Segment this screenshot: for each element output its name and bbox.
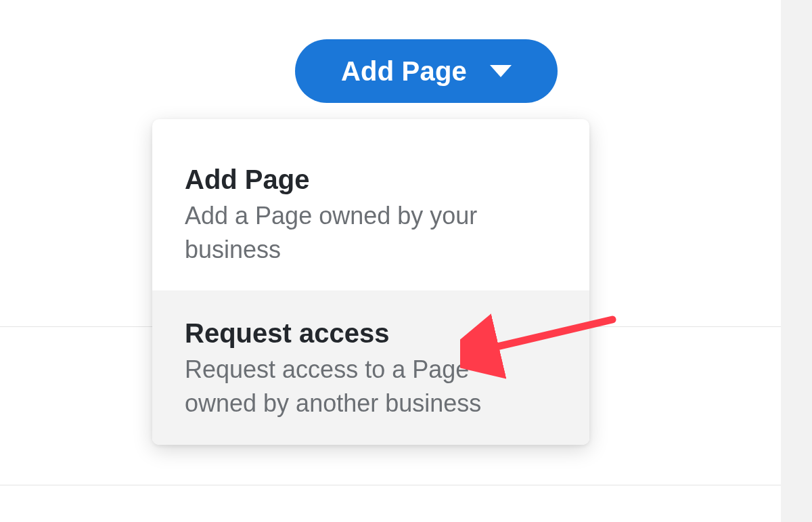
- right-background-strip: [781, 0, 812, 522]
- menu-item-request-access[interactable]: Request access Request access to a Page …: [152, 290, 589, 444]
- add-page-dropdown: Add Page Add a Page owned by your busine…: [152, 119, 589, 445]
- menu-item-title: Add Page: [185, 164, 558, 195]
- menu-item-description: Request access to a Page owned by anothe…: [185, 353, 537, 420]
- menu-item-add-page[interactable]: Add Page Add a Page owned by your busine…: [152, 119, 589, 290]
- add-page-button[interactable]: Add Page: [295, 39, 558, 103]
- chevron-down-icon: [490, 65, 512, 77]
- menu-item-title: Request access: [185, 318, 558, 349]
- row-divider: [0, 485, 781, 485]
- menu-item-description: Add a Page owned by your business: [185, 199, 537, 266]
- add-page-button-label: Add Page: [341, 56, 467, 87]
